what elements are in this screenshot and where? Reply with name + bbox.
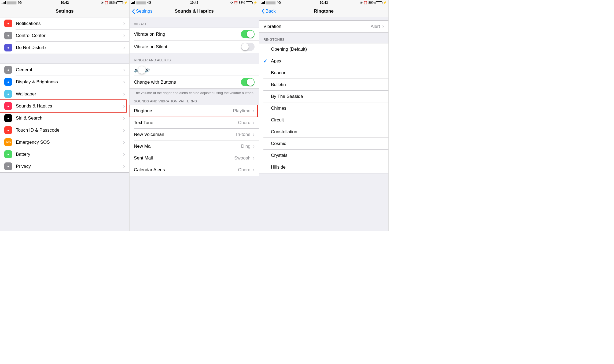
cell-label: Siri & Search (16, 116, 123, 121)
ringtone-cell[interactable]: Opening (Default) (259, 43, 388, 55)
cell-label: Calendar Alerts (134, 167, 238, 173)
settings-item[interactable]: ●Touch ID & Passcode› (0, 124, 129, 136)
sound-cell[interactable]: New MailDing› (130, 140, 259, 152)
cell-value: Ding (241, 144, 251, 149)
battery-icon (116, 1, 123, 4)
settings-item[interactable]: SOSEmergency SOS› (0, 136, 129, 148)
change-with-buttons-cell[interactable]: Change with Buttons (130, 76, 259, 88)
cell-label: Do Not Disturb (16, 45, 123, 50)
status-bar: 4G 10:43 ⟳ ⏰ 89% ⚡ (259, 0, 388, 5)
carrier-label (136, 1, 146, 4)
cell-label: Crystals (271, 153, 384, 158)
settings-item[interactable]: ●General› (0, 64, 129, 76)
volume-slider-cell: 🔈 🔊 (130, 64, 259, 76)
sound-cell[interactable]: RingtonePlaytime› (130, 105, 259, 117)
chevron-right-icon: › (253, 132, 255, 138)
charging-icon: ⚡ (253, 1, 257, 5)
charging-icon: ⚡ (383, 1, 387, 5)
screen-sounds-haptics: 4G 10:42 ⟳ ⏰ 88% ⚡ Settings Sounds & Hap… (130, 0, 259, 231)
chevron-right-icon: › (123, 115, 125, 121)
ringtone-cell[interactable]: Bulletin (259, 79, 388, 91)
chevron-left-icon (132, 9, 135, 14)
status-bar: 4G 10:42 ⟳ ⏰ 88% ⚡ (130, 0, 259, 5)
cell-label: Battery (16, 152, 123, 157)
cell-label: Control Center (16, 33, 123, 38)
check-icon: ✓ (263, 58, 271, 64)
cell-label: Cosmic (271, 141, 384, 146)
settings-item[interactable]: ●Sounds & Haptics› (0, 100, 129, 112)
settings-item[interactable]: ●Control Center› (0, 29, 129, 42)
chevron-right-icon: › (123, 127, 125, 133)
slider-thumb[interactable] (138, 66, 146, 74)
settings-item[interactable]: ●Wallpaper› (0, 88, 129, 100)
sound-cell[interactable]: New VoicemailTri-tone› (130, 129, 259, 140)
settings-item[interactable]: ●Privacy› (0, 160, 129, 172)
ringtone-cell[interactable]: Beacon (259, 67, 388, 79)
switch-cell[interactable]: Vibrate on Silent (130, 40, 259, 53)
app-icon: ● (4, 66, 12, 74)
cell-value: Chord (238, 120, 250, 125)
cell-label: Beacon (271, 70, 384, 76)
app-icon: ● (4, 114, 12, 122)
cell-label: Hillside (271, 165, 384, 170)
battery-percent: 88% (239, 1, 245, 5)
nav-bar: Back Ringtone (259, 5, 388, 17)
sound-cell[interactable]: Calendar AlertsChord› (130, 164, 259, 176)
nav-bar: Settings (0, 5, 129, 17)
ringtone-cell[interactable]: Circuit (259, 114, 388, 126)
change-with-buttons-switch[interactable] (241, 78, 255, 86)
cell-value: Alert (371, 24, 380, 29)
cell-label: By The Seaside (271, 94, 384, 99)
toggle-switch[interactable] (241, 43, 255, 51)
chevron-left-icon (261, 9, 264, 14)
cell-label: Chimes (271, 106, 384, 111)
cell-label: Vibrate on Silent (134, 44, 241, 50)
settings-item[interactable]: ●Battery› (0, 148, 129, 160)
ringtone-cell[interactable]: Cosmic (259, 138, 388, 150)
alarm-icon: ⏰ (104, 1, 108, 5)
chevron-right-icon: › (123, 33, 125, 39)
section-header-sounds: SOUNDS AND VIBRATION PATTERNS (130, 98, 259, 105)
section-footer-ringer: The volume of the ringer and alerts can … (130, 89, 259, 98)
ringtone-cell[interactable]: Chimes (259, 102, 388, 114)
ringtone-cell[interactable]: ✓Apex (259, 55, 388, 67)
status-time: 10:42 (190, 1, 198, 5)
sound-cell[interactable]: Text ToneChord› (130, 117, 259, 129)
cell-label: General (16, 67, 123, 73)
settings-item[interactable]: ●Notifications› (0, 17, 129, 29)
chevron-right-icon: › (123, 151, 125, 157)
cell-label: Text Tone (134, 120, 238, 125)
section-header-ringtones: RINGTONES (259, 33, 388, 43)
settings-item[interactable]: ●Display & Brightness› (0, 76, 129, 88)
ringtone-cell[interactable]: Hillside (259, 161, 388, 173)
back-button[interactable]: Settings (130, 9, 152, 14)
vibration-cell[interactable]: Vibration Alert › (259, 21, 388, 32)
chevron-right-icon: › (123, 91, 125, 97)
cell-label: Vibration (263, 24, 371, 29)
ringtone-cell[interactable]: Constellation (259, 126, 388, 138)
toggle-switch[interactable] (241, 30, 255, 38)
sound-cell[interactable]: Sent MailSwoosh› (130, 152, 259, 164)
network-label: 4G (17, 1, 22, 5)
cell-label: Apex (271, 58, 384, 64)
settings-item[interactable]: ●Siri & Search› (0, 112, 129, 124)
battery-icon (376, 1, 382, 4)
back-label: Settings (136, 9, 152, 14)
page-title: Ringtone (259, 9, 388, 14)
ringtone-cell[interactable]: Crystals (259, 150, 388, 161)
cell-label: Ringtone (134, 108, 233, 114)
cell-label: Wallpaper (16, 91, 123, 97)
settings-item[interactable]: ●Do Not Disturb› (0, 42, 129, 54)
ringtone-cell[interactable]: By The Seaside (259, 91, 388, 102)
switch-cell[interactable]: Vibrate on Ring (130, 28, 259, 40)
signal-icon (131, 1, 135, 4)
chevron-right-icon: › (382, 24, 384, 29)
back-button[interactable]: Back (259, 9, 276, 14)
rotation-lock-icon: ⟳ (101, 1, 104, 5)
cell-label: Bulletin (271, 82, 384, 87)
chevron-right-icon: › (253, 167, 255, 173)
cell-label: Sounds & Haptics (16, 103, 123, 109)
page-title: Settings (0, 9, 129, 14)
app-icon: ● (4, 150, 12, 158)
carrier-label (266, 1, 275, 4)
